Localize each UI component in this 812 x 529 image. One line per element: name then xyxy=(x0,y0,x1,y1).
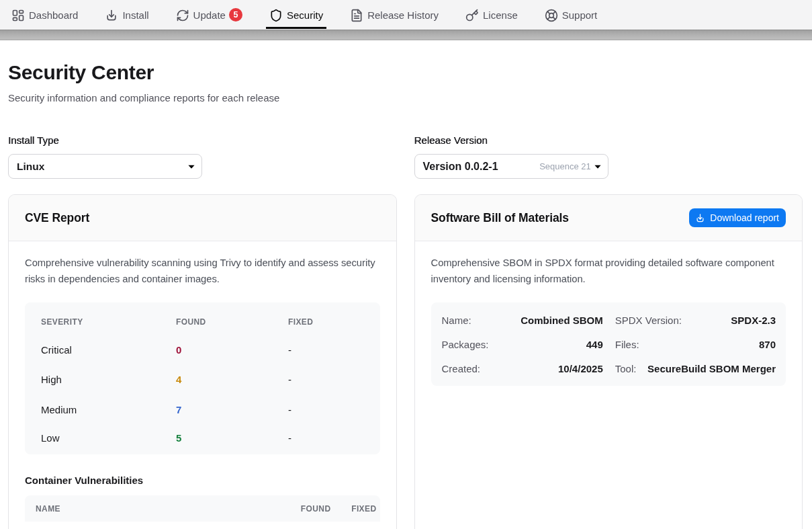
table-row: Critical 0 - xyxy=(25,335,380,365)
severity-table: SEVERITY FOUND FIXED Critical 0 - xyxy=(25,302,380,454)
sbom-card-header: Software Bill of Materials Download repo… xyxy=(415,195,803,241)
found-count: 7 xyxy=(176,395,288,425)
nav-item-update[interactable]: Update 5 xyxy=(173,0,246,30)
found-count: 4 xyxy=(176,365,288,395)
field-value: 870 xyxy=(759,339,776,350)
field-label: SPDX Version: xyxy=(615,315,682,326)
fixed-col-header: FIXED xyxy=(331,504,377,514)
install-type-select[interactable]: Linux xyxy=(8,154,202,179)
sbom-info-grid: Name: Combined SBOM SPDX Version: SPDX-2… xyxy=(431,308,786,380)
nav-label: Support xyxy=(562,9,598,21)
cve-report-card: CVE Report Comprehensive vulnerability s… xyxy=(8,194,397,529)
release-history-icon xyxy=(350,9,363,22)
install-type-group: Install Type Linux xyxy=(8,134,397,179)
cve-card-body: Comprehensive vulnerability scanning usi… xyxy=(9,241,396,529)
fixed-count: - xyxy=(288,425,380,455)
field-label: Packages: xyxy=(442,339,489,350)
name-col-header: NAME xyxy=(36,504,285,514)
found-count: 5 xyxy=(176,425,288,455)
caret-down-icon xyxy=(188,165,195,169)
install-type-value: Linux xyxy=(17,161,44,173)
severity-label: Medium xyxy=(25,395,176,425)
table-row: High 4 - xyxy=(25,365,380,395)
field-label: Tool: xyxy=(615,363,637,374)
sbom-card: Software Bill of Materials Download repo… xyxy=(414,194,803,529)
severity-table-panel: SEVERITY FOUND FIXED Critical 0 - xyxy=(25,302,380,454)
download-icon xyxy=(695,213,705,223)
sbom-description: Comprehensive SBOM in SPDX format provid… xyxy=(431,255,786,287)
container-vulnerabilities-title: Container Vulnerabilities xyxy=(25,475,380,486)
release-sequence-label: Sequence 21 xyxy=(539,161,591,171)
sbom-field-files: Files: 870 xyxy=(608,332,786,356)
found-col-header: FOUND xyxy=(176,302,288,335)
release-version-label: Release Version xyxy=(414,134,803,146)
dashboard-icon xyxy=(11,9,25,22)
container-table-header: NAME FOUND FIXED xyxy=(25,495,380,522)
nav-label: Update xyxy=(193,9,226,21)
filters-row: Install Type Linux Release Version Versi… xyxy=(8,134,803,179)
release-version-group: Release Version Version 0.0.2-1 Sequence… xyxy=(414,134,803,179)
table-row: Low 5 - xyxy=(25,425,380,455)
nav-item-license[interactable]: License xyxy=(462,0,521,30)
severity-label: Low xyxy=(25,425,176,455)
cve-card-header: CVE Report xyxy=(9,195,396,241)
field-label: Name: xyxy=(442,315,471,326)
nav-item-install[interactable]: Install xyxy=(101,0,152,30)
nav-label: Dashboard xyxy=(29,9,78,21)
caret-down-icon xyxy=(594,165,601,169)
field-label: Files: xyxy=(615,339,639,350)
field-value: SPDX-2.3 xyxy=(731,315,776,326)
sbom-field-created: Created: 10/4/2025 xyxy=(431,356,608,380)
found-col-header: FOUND xyxy=(285,504,331,514)
field-value: 449 xyxy=(586,339,603,350)
severity-label: High xyxy=(25,365,176,395)
security-icon xyxy=(269,9,283,22)
install-type-label: Install Type xyxy=(8,134,397,146)
nav-label: Security xyxy=(287,9,323,21)
nav-item-security[interactable]: Security xyxy=(266,0,326,30)
main-content: Security Center Security information and… xyxy=(0,40,812,529)
field-value: Combined SBOM xyxy=(521,315,603,326)
field-value: SecureBuild SBOM Merger xyxy=(647,363,776,374)
sbom-card-title: Software Bill of Materials xyxy=(431,211,570,225)
sbom-field-name: Name: Combined SBOM xyxy=(431,308,608,332)
release-version-select[interactable]: Version 0.0.2-1 Sequence 21 xyxy=(414,154,608,179)
fixed-count: - xyxy=(288,365,380,395)
update-icon xyxy=(176,9,189,22)
field-label: Created: xyxy=(442,363,481,374)
license-icon xyxy=(465,9,479,22)
nav-item-release-history[interactable]: Release History xyxy=(347,0,442,30)
nav-item-dashboard[interactable]: Dashboard xyxy=(8,0,81,30)
severity-label: Critical xyxy=(25,335,176,365)
fixed-count: - xyxy=(288,395,380,425)
nav-label: Release History xyxy=(367,9,439,21)
page-subtitle: Security information and compliance repo… xyxy=(8,92,803,104)
window-divider-strip xyxy=(0,30,812,40)
top-navigation: Dashboard Install Update 5 Security Rele… xyxy=(0,0,812,30)
field-value: 10/4/2025 xyxy=(558,363,603,374)
fixed-count: - xyxy=(288,335,380,365)
page-title: Security Center xyxy=(8,61,803,84)
cve-card-title: CVE Report xyxy=(25,211,89,225)
severity-col-header: SEVERITY xyxy=(25,302,176,335)
install-icon xyxy=(105,9,118,22)
fixed-col-header: FIXED xyxy=(288,302,380,335)
update-count-badge: 5 xyxy=(229,8,242,22)
nav-label: License xyxy=(483,9,518,21)
table-row: Medium 7 - xyxy=(25,395,380,425)
download-report-button[interactable]: Download report xyxy=(689,208,786,227)
sbom-card-body: Comprehensive SBOM in SPDX format provid… xyxy=(415,241,803,529)
sbom-field-tool: Tool: SecureBuild SBOM Merger xyxy=(608,356,786,380)
nav-item-support[interactable]: Support xyxy=(541,0,601,30)
release-version-value: Version 0.0.2-1 xyxy=(423,161,498,173)
sbom-info-panel: Name: Combined SBOM SPDX Version: SPDX-2… xyxy=(431,302,786,386)
sbom-field-spdx-version: SPDX Version: SPDX-2.3 xyxy=(608,308,786,332)
cve-description: Comprehensive vulnerability scanning usi… xyxy=(25,255,380,287)
nav-label: Install xyxy=(122,9,148,21)
found-count: 0 xyxy=(176,335,288,365)
sbom-field-packages: Packages: 449 xyxy=(431,332,608,356)
download-report-label: Download report xyxy=(710,212,779,223)
report-cards: CVE Report Comprehensive vulnerability s… xyxy=(8,194,803,529)
support-icon xyxy=(545,9,558,22)
